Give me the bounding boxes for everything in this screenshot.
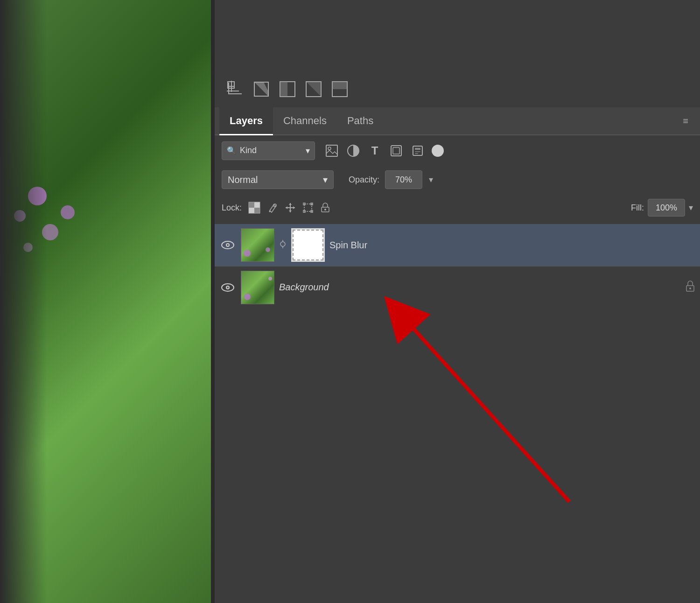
blend-mode-chevron-icon: ▾ bbox=[323, 174, 328, 185]
svg-rect-21 bbox=[254, 202, 260, 208]
lock-label: Lock: bbox=[222, 203, 242, 213]
svg-rect-19 bbox=[415, 153, 418, 154]
fill-chevron-icon[interactable]: ▾ bbox=[689, 203, 693, 213]
lock-position-icon[interactable] bbox=[285, 202, 296, 213]
svg-rect-23 bbox=[254, 208, 260, 213]
lock-row: Lock: bbox=[215, 194, 700, 222]
toolbar-icon-5 bbox=[329, 78, 351, 100]
blend-mode-row: Normal ▾ Opacity: 70% ▾ bbox=[215, 166, 700, 194]
svg-rect-18 bbox=[415, 151, 420, 152]
svg-rect-6 bbox=[280, 82, 287, 97]
toolbar-icon-4 bbox=[302, 78, 325, 100]
tabs-row: Layers Channels Paths ≡ bbox=[215, 107, 700, 135]
svg-rect-22 bbox=[249, 208, 254, 213]
adjustment-filter-icon[interactable] bbox=[346, 143, 361, 158]
kind-chevron-icon: ▾ bbox=[306, 146, 310, 156]
image-filter-icon[interactable] bbox=[324, 143, 339, 158]
svg-rect-15 bbox=[393, 147, 399, 154]
svg-rect-17 bbox=[415, 148, 420, 150]
toolbar-icon-1 bbox=[224, 78, 246, 100]
svg-point-32 bbox=[324, 209, 326, 210]
layer-thumbnail-spin-blur bbox=[241, 228, 274, 262]
svg-rect-20 bbox=[249, 202, 254, 208]
layer-visibility-background[interactable] bbox=[219, 279, 236, 296]
lock-artboard-icon[interactable] bbox=[302, 202, 314, 213]
svg-point-43 bbox=[689, 287, 691, 289]
lock-all-icon[interactable] bbox=[320, 203, 330, 213]
svg-rect-10 bbox=[332, 82, 347, 89]
layers-list: Spin Blur Background bbox=[215, 222, 700, 603]
search-icon: 🔍 bbox=[227, 146, 236, 155]
opacity-value-field[interactable]: 70% bbox=[385, 170, 422, 189]
fill-label: Fill: bbox=[631, 203, 644, 213]
kind-dropdown[interactable]: 🔍 Kind ▾ bbox=[222, 141, 315, 160]
layer-mask-thumbnail[interactable] bbox=[291, 228, 325, 262]
text-filter-icon[interactable]: T bbox=[367, 143, 382, 158]
layer-locked-icon bbox=[685, 280, 695, 294]
svg-point-12 bbox=[328, 147, 331, 150]
layer-visibility-spin-blur[interactable] bbox=[219, 237, 236, 253]
shape-filter-icon[interactable] bbox=[389, 143, 404, 158]
svg-line-44 bbox=[399, 313, 569, 502]
tab-paths[interactable]: Paths bbox=[337, 107, 384, 135]
fill-value-field[interactable]: 100% bbox=[648, 199, 685, 217]
panels-wrapper: Layers Channels Paths ≡ 🔍 Kind ▾ bbox=[215, 0, 700, 603]
lock-transparent-pixels-icon[interactable] bbox=[248, 202, 260, 214]
filter-icons-group: T bbox=[324, 143, 444, 158]
tab-layers[interactable]: Layers bbox=[219, 107, 273, 135]
fill-area: Fill: 100% ▾ bbox=[631, 199, 693, 217]
smart-object-filter-icon[interactable] bbox=[410, 143, 425, 158]
top-toolbar bbox=[215, 0, 700, 107]
panel-menu-button[interactable]: ≡ bbox=[676, 107, 695, 134]
layer-name-spin-blur: Spin Blur bbox=[329, 240, 695, 251]
left-canvas-panel bbox=[0, 0, 215, 603]
svg-rect-11 bbox=[326, 145, 337, 156]
tab-channels[interactable]: Channels bbox=[273, 107, 337, 135]
layer-item-spin-blur[interactable]: Spin Blur bbox=[215, 224, 700, 266]
layer-name-background: Background bbox=[279, 282, 680, 293]
filter-row: 🔍 Kind ▾ T bbox=[215, 135, 700, 166]
svg-point-35 bbox=[227, 244, 229, 246]
filter-circle-icon[interactable] bbox=[432, 145, 444, 157]
svg-point-36 bbox=[280, 242, 285, 246]
layer-link-icon bbox=[279, 239, 287, 252]
svg-marker-4 bbox=[254, 82, 268, 96]
svg-point-41 bbox=[227, 287, 229, 288]
toolbar-icon-2 bbox=[250, 78, 273, 100]
toolbar-icon-3 bbox=[276, 78, 299, 100]
svg-marker-8 bbox=[306, 82, 321, 97]
layer-item-background[interactable]: Background bbox=[215, 266, 700, 308]
lock-image-pixels-icon[interactable] bbox=[267, 202, 278, 213]
opacity-label: Opacity: bbox=[349, 175, 379, 185]
blend-mode-dropdown[interactable]: Normal ▾ bbox=[222, 170, 334, 189]
opacity-chevron-icon[interactable]: ▾ bbox=[429, 175, 433, 185]
lock-icons-group bbox=[248, 202, 330, 214]
layer-thumbnail-background bbox=[241, 271, 274, 304]
